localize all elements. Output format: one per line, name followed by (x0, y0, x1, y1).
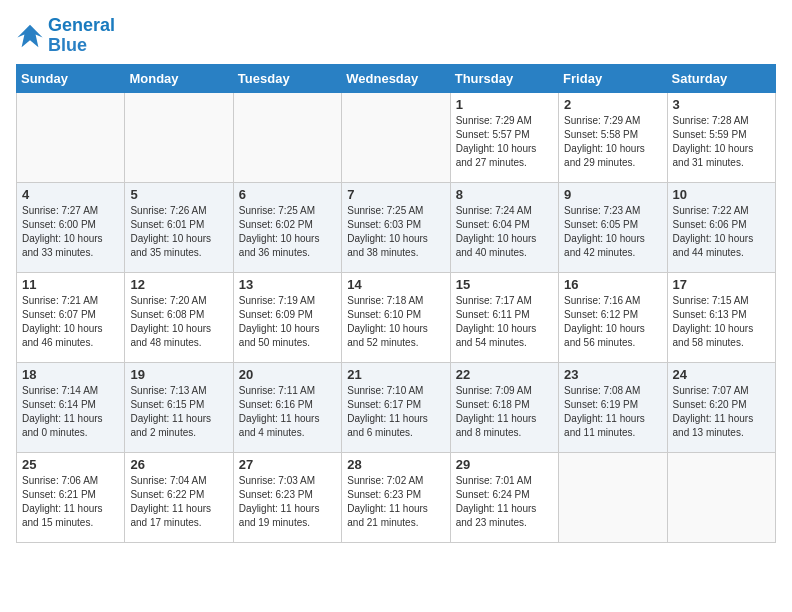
day-number: 27 (239, 457, 336, 472)
day-number: 21 (347, 367, 444, 382)
weekday-header-sunday: Sunday (17, 64, 125, 92)
day-detail: Sunrise: 7:07 AM Sunset: 6:20 PM Dayligh… (673, 384, 770, 440)
day-number: 4 (22, 187, 119, 202)
day-number: 14 (347, 277, 444, 292)
day-detail: Sunrise: 7:16 AM Sunset: 6:12 PM Dayligh… (564, 294, 661, 350)
calendar-cell: 1Sunrise: 7:29 AM Sunset: 5:57 PM Daylig… (450, 92, 558, 182)
page-header: General Blue (16, 16, 776, 56)
weekday-header-tuesday: Tuesday (233, 64, 341, 92)
calendar-cell (559, 452, 667, 542)
calendar-cell: 18Sunrise: 7:14 AM Sunset: 6:14 PM Dayli… (17, 362, 125, 452)
calendar-cell: 10Sunrise: 7:22 AM Sunset: 6:06 PM Dayli… (667, 182, 775, 272)
calendar-week-3: 11Sunrise: 7:21 AM Sunset: 6:07 PM Dayli… (17, 272, 776, 362)
calendar-cell: 22Sunrise: 7:09 AM Sunset: 6:18 PM Dayli… (450, 362, 558, 452)
day-number: 16 (564, 277, 661, 292)
calendar-cell: 5Sunrise: 7:26 AM Sunset: 6:01 PM Daylig… (125, 182, 233, 272)
calendar-cell: 12Sunrise: 7:20 AM Sunset: 6:08 PM Dayli… (125, 272, 233, 362)
calendar-week-4: 18Sunrise: 7:14 AM Sunset: 6:14 PM Dayli… (17, 362, 776, 452)
day-detail: Sunrise: 7:21 AM Sunset: 6:07 PM Dayligh… (22, 294, 119, 350)
day-detail: Sunrise: 7:06 AM Sunset: 6:21 PM Dayligh… (22, 474, 119, 530)
day-detail: Sunrise: 7:09 AM Sunset: 6:18 PM Dayligh… (456, 384, 553, 440)
day-detail: Sunrise: 7:17 AM Sunset: 6:11 PM Dayligh… (456, 294, 553, 350)
day-number: 5 (130, 187, 227, 202)
calendar-cell: 6Sunrise: 7:25 AM Sunset: 6:02 PM Daylig… (233, 182, 341, 272)
day-number: 10 (673, 187, 770, 202)
calendar-cell: 8Sunrise: 7:24 AM Sunset: 6:04 PM Daylig… (450, 182, 558, 272)
day-number: 20 (239, 367, 336, 382)
calendar-cell: 9Sunrise: 7:23 AM Sunset: 6:05 PM Daylig… (559, 182, 667, 272)
day-detail: Sunrise: 7:28 AM Sunset: 5:59 PM Dayligh… (673, 114, 770, 170)
calendar-cell: 24Sunrise: 7:07 AM Sunset: 6:20 PM Dayli… (667, 362, 775, 452)
calendar-cell: 11Sunrise: 7:21 AM Sunset: 6:07 PM Dayli… (17, 272, 125, 362)
day-detail: Sunrise: 7:25 AM Sunset: 6:02 PM Dayligh… (239, 204, 336, 260)
calendar-cell: 14Sunrise: 7:18 AM Sunset: 6:10 PM Dayli… (342, 272, 450, 362)
day-detail: Sunrise: 7:15 AM Sunset: 6:13 PM Dayligh… (673, 294, 770, 350)
day-number: 11 (22, 277, 119, 292)
day-number: 28 (347, 457, 444, 472)
calendar-cell: 26Sunrise: 7:04 AM Sunset: 6:22 PM Dayli… (125, 452, 233, 542)
day-detail: Sunrise: 7:02 AM Sunset: 6:23 PM Dayligh… (347, 474, 444, 530)
day-detail: Sunrise: 7:25 AM Sunset: 6:03 PM Dayligh… (347, 204, 444, 260)
calendar-cell: 19Sunrise: 7:13 AM Sunset: 6:15 PM Dayli… (125, 362, 233, 452)
calendar-week-1: 1Sunrise: 7:29 AM Sunset: 5:57 PM Daylig… (17, 92, 776, 182)
day-number: 6 (239, 187, 336, 202)
calendar-cell: 4Sunrise: 7:27 AM Sunset: 6:00 PM Daylig… (17, 182, 125, 272)
calendar-cell: 23Sunrise: 7:08 AM Sunset: 6:19 PM Dayli… (559, 362, 667, 452)
day-detail: Sunrise: 7:24 AM Sunset: 6:04 PM Dayligh… (456, 204, 553, 260)
day-number: 12 (130, 277, 227, 292)
day-number: 8 (456, 187, 553, 202)
calendar-cell: 16Sunrise: 7:16 AM Sunset: 6:12 PM Dayli… (559, 272, 667, 362)
weekday-header-friday: Friday (559, 64, 667, 92)
weekday-header-monday: Monday (125, 64, 233, 92)
day-number: 7 (347, 187, 444, 202)
calendar-cell (667, 452, 775, 542)
day-number: 2 (564, 97, 661, 112)
weekday-header-saturday: Saturday (667, 64, 775, 92)
calendar-cell: 15Sunrise: 7:17 AM Sunset: 6:11 PM Dayli… (450, 272, 558, 362)
calendar-cell: 25Sunrise: 7:06 AM Sunset: 6:21 PM Dayli… (17, 452, 125, 542)
calendar-cell: 17Sunrise: 7:15 AM Sunset: 6:13 PM Dayli… (667, 272, 775, 362)
calendar-cell: 13Sunrise: 7:19 AM Sunset: 6:09 PM Dayli… (233, 272, 341, 362)
day-detail: Sunrise: 7:11 AM Sunset: 6:16 PM Dayligh… (239, 384, 336, 440)
logo-text: General Blue (48, 16, 115, 56)
day-number: 3 (673, 97, 770, 112)
day-detail: Sunrise: 7:04 AM Sunset: 6:22 PM Dayligh… (130, 474, 227, 530)
day-detail: Sunrise: 7:08 AM Sunset: 6:19 PM Dayligh… (564, 384, 661, 440)
logo: General Blue (16, 16, 115, 56)
day-number: 18 (22, 367, 119, 382)
day-number: 1 (456, 97, 553, 112)
day-detail: Sunrise: 7:18 AM Sunset: 6:10 PM Dayligh… (347, 294, 444, 350)
day-number: 22 (456, 367, 553, 382)
day-number: 9 (564, 187, 661, 202)
weekday-header-wednesday: Wednesday (342, 64, 450, 92)
day-number: 26 (130, 457, 227, 472)
day-detail: Sunrise: 7:29 AM Sunset: 5:58 PM Dayligh… (564, 114, 661, 170)
calendar-cell: 21Sunrise: 7:10 AM Sunset: 6:17 PM Dayli… (342, 362, 450, 452)
svg-marker-0 (17, 25, 42, 47)
day-detail: Sunrise: 7:26 AM Sunset: 6:01 PM Dayligh… (130, 204, 227, 260)
calendar-cell: 20Sunrise: 7:11 AM Sunset: 6:16 PM Dayli… (233, 362, 341, 452)
day-detail: Sunrise: 7:13 AM Sunset: 6:15 PM Dayligh… (130, 384, 227, 440)
calendar-table: SundayMondayTuesdayWednesdayThursdayFrid… (16, 64, 776, 543)
calendar-cell: 2Sunrise: 7:29 AM Sunset: 5:58 PM Daylig… (559, 92, 667, 182)
day-number: 19 (130, 367, 227, 382)
day-number: 29 (456, 457, 553, 472)
day-number: 15 (456, 277, 553, 292)
calendar-cell: 3Sunrise: 7:28 AM Sunset: 5:59 PM Daylig… (667, 92, 775, 182)
day-number: 23 (564, 367, 661, 382)
calendar-cell: 28Sunrise: 7:02 AM Sunset: 6:23 PM Dayli… (342, 452, 450, 542)
day-detail: Sunrise: 7:23 AM Sunset: 6:05 PM Dayligh… (564, 204, 661, 260)
day-detail: Sunrise: 7:20 AM Sunset: 6:08 PM Dayligh… (130, 294, 227, 350)
day-detail: Sunrise: 7:01 AM Sunset: 6:24 PM Dayligh… (456, 474, 553, 530)
day-number: 25 (22, 457, 119, 472)
calendar-cell (125, 92, 233, 182)
calendar-cell (342, 92, 450, 182)
day-number: 24 (673, 367, 770, 382)
day-detail: Sunrise: 7:29 AM Sunset: 5:57 PM Dayligh… (456, 114, 553, 170)
calendar-cell (233, 92, 341, 182)
day-detail: Sunrise: 7:27 AM Sunset: 6:00 PM Dayligh… (22, 204, 119, 260)
day-detail: Sunrise: 7:14 AM Sunset: 6:14 PM Dayligh… (22, 384, 119, 440)
calendar-cell: 27Sunrise: 7:03 AM Sunset: 6:23 PM Dayli… (233, 452, 341, 542)
day-number: 17 (673, 277, 770, 292)
day-detail: Sunrise: 7:03 AM Sunset: 6:23 PM Dayligh… (239, 474, 336, 530)
